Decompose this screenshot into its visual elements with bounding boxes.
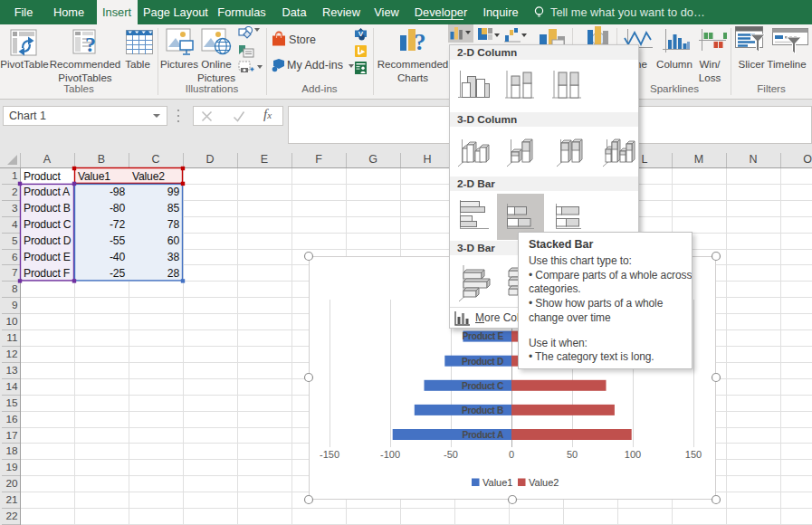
svg-text:Value1: Value1 <box>482 477 512 488</box>
svg-text:1: 1 <box>12 169 18 182</box>
svg-text:V: V <box>358 30 364 38</box>
svg-text:N: N <box>749 153 757 166</box>
svg-text:21: 21 <box>5 493 17 506</box>
svg-text:38: 38 <box>167 251 180 263</box>
svg-text:Product A: Product A <box>24 186 71 198</box>
svg-text:100: 100 <box>625 449 641 460</box>
svg-text:-25: -25 <box>110 267 125 280</box>
svg-text:H: H <box>423 153 431 166</box>
svg-text:A: A <box>43 153 52 166</box>
svg-text:-50: -50 <box>444 449 458 460</box>
svg-text:15: 15 <box>5 396 18 409</box>
svg-text:F: F <box>315 153 322 166</box>
svg-text:Product D: Product D <box>24 234 72 247</box>
svg-text:Value1: Value1 <box>78 170 110 183</box>
svg-text:150: 150 <box>685 449 702 460</box>
svg-text:19: 19 <box>5 461 17 473</box>
svg-text:D: D <box>205 153 214 166</box>
svg-text:60: 60 <box>167 234 180 247</box>
svg-text:Product: Product <box>24 170 61 183</box>
svg-text:Product B: Product B <box>24 202 71 215</box>
svg-text:Value2: Value2 <box>132 170 165 183</box>
svg-text:4: 4 <box>12 218 18 231</box>
svg-text:Value2: Value2 <box>529 477 559 488</box>
svg-text:7: 7 <box>12 266 18 279</box>
svg-text:10: 10 <box>5 315 18 328</box>
svg-text:-150: -150 <box>320 449 339 460</box>
svg-text:E: E <box>261 153 268 166</box>
svg-text:9: 9 <box>12 299 18 311</box>
svg-text:Product E: Product E <box>24 251 71 263</box>
svg-text:11: 11 <box>6 331 17 344</box>
svg-text:17: 17 <box>5 429 17 442</box>
svg-text:Product C: Product C <box>24 218 72 231</box>
svg-text:85: 85 <box>167 202 180 215</box>
svg-text:14: 14 <box>5 380 18 393</box>
svg-text:-80: -80 <box>110 202 125 215</box>
svg-text:-72: -72 <box>110 218 125 231</box>
svg-text:Product A: Product A <box>462 430 504 440</box>
svg-text:2: 2 <box>12 186 18 198</box>
svg-text:-100: -100 <box>380 449 400 460</box>
svg-text:?: ? <box>85 33 96 56</box>
svg-text:28: 28 <box>167 267 180 280</box>
svg-text:Product B: Product B <box>462 406 503 415</box>
svg-text:L: L <box>642 153 648 166</box>
svg-text:5: 5 <box>12 234 18 247</box>
svg-text:Product F: Product F <box>24 267 70 280</box>
svg-text:16: 16 <box>5 413 18 425</box>
svg-text:Product E: Product E <box>463 331 504 341</box>
svg-text:22: 22 <box>5 510 17 522</box>
svg-text:3: 3 <box>12 202 18 215</box>
svg-text:20: 20 <box>5 477 18 490</box>
svg-text:?: ? <box>415 29 426 55</box>
svg-text:Product D: Product D <box>462 357 503 367</box>
svg-text:M: M <box>694 153 703 166</box>
svg-text:0: 0 <box>509 449 514 460</box>
svg-text:G: G <box>368 153 377 166</box>
svg-text:C: C <box>151 153 159 166</box>
svg-text:O: O <box>803 153 812 166</box>
svg-text:12: 12 <box>5 348 17 360</box>
svg-text:18: 18 <box>5 444 18 457</box>
svg-text:13: 13 <box>5 364 18 377</box>
svg-text:Product C: Product C <box>462 381 504 391</box>
svg-text:-98: -98 <box>110 186 125 198</box>
svg-text:B: B <box>98 153 105 166</box>
svg-text:99: 99 <box>167 186 180 198</box>
svg-text:78: 78 <box>167 218 180 231</box>
svg-text:6: 6 <box>12 251 18 263</box>
svg-text:-55: -55 <box>110 234 125 247</box>
svg-text:-40: -40 <box>110 251 125 263</box>
svg-text:50: 50 <box>567 449 578 460</box>
svg-text:8: 8 <box>12 282 18 295</box>
